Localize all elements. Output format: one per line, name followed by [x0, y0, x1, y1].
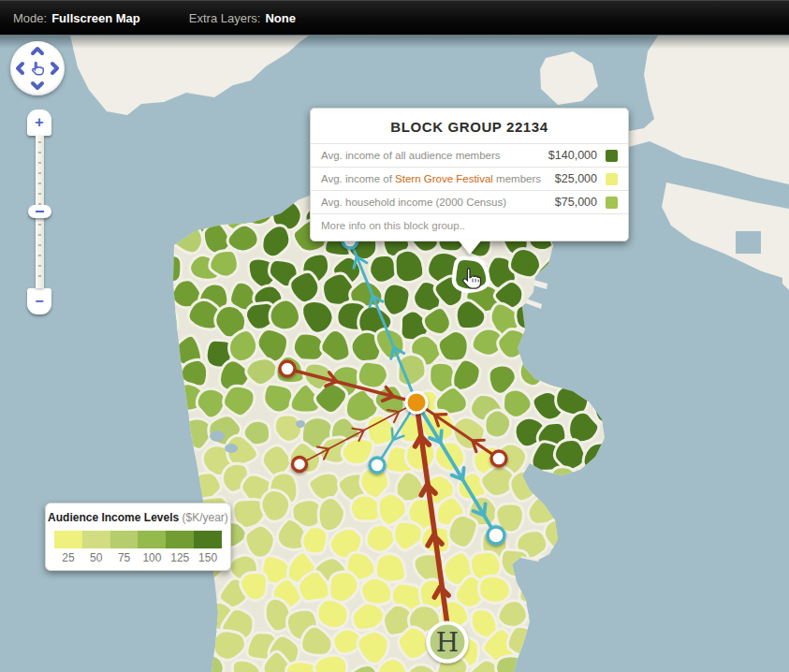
- row-color-swatch: [606, 173, 618, 185]
- map-cell[interactable]: [358, 361, 387, 388]
- row-value: $140,000: [548, 149, 597, 162]
- pan-up-icon[interactable]: [33, 49, 42, 53]
- center-marker[interactable]: [406, 392, 427, 413]
- map-cell[interactable]: [370, 255, 397, 283]
- legend-swatch: [166, 531, 194, 548]
- map-cell[interactable]: [342, 438, 373, 464]
- map-canvas[interactable]: H: [0, 0, 789, 672]
- legend-label: 75: [110, 551, 139, 564]
- map-cell[interactable]: [350, 495, 381, 521]
- legend-swatch: [138, 531, 166, 548]
- flow-endpoint-marker[interactable]: [370, 458, 385, 473]
- map-cell[interactable]: [498, 601, 527, 628]
- map-cell[interactable]: [366, 525, 395, 552]
- map-cell[interactable]: [264, 384, 293, 413]
- zoom-control: + −: [25, 110, 53, 314]
- legend-unit: ($K/year): [183, 511, 228, 524]
- income-legend: Audience Income Levels ($K/year) 25 50 7…: [45, 503, 231, 571]
- pan-hand-icon: [33, 62, 44, 74]
- row-label: Avg. income of Stern Grove Festival memb…: [321, 173, 541, 184]
- map-cell[interactable]: [210, 250, 239, 277]
- map-cell[interactable]: [274, 415, 301, 442]
- legend-swatch: [110, 531, 139, 548]
- map-cell[interactable]: [361, 577, 392, 605]
- pan-right-icon[interactable]: [52, 64, 57, 73]
- mode-value[interactable]: Fullscreen Map: [51, 11, 140, 25]
- row-color-swatch: [606, 197, 618, 209]
- row-value: $25,000: [555, 172, 597, 185]
- legend-labels: 25 50 75 100 125 150: [54, 551, 222, 564]
- legend-label: 25: [54, 551, 82, 564]
- map-cell-selected[interactable]: [454, 258, 488, 291]
- map-cell[interactable]: [261, 490, 290, 522]
- popup-title: BLOCK GROUP 22134: [311, 109, 628, 143]
- map-cell[interactable]: [245, 525, 274, 558]
- legend-label: 125: [166, 551, 194, 564]
- legend-swatch: [194, 531, 222, 548]
- flow-endpoint-marker[interactable]: [491, 451, 506, 466]
- fullscreen-map-app: H Mode: Fullscreen Map Extra Layers: Non…: [0, 0, 789, 672]
- pan-control[interactable]: [10, 41, 65, 95]
- zoom-in-button[interactable]: +: [27, 110, 51, 136]
- legend-title: Audience Income Levels ($K/year): [46, 511, 230, 524]
- map-cell[interactable]: [286, 662, 317, 672]
- venue-label: H: [436, 627, 459, 658]
- more-info-link[interactable]: More info on this block group..: [311, 213, 628, 241]
- block-group-popup: BLOCK GROUP 22134 Avg. income of all aud…: [310, 108, 629, 241]
- pan-down-icon[interactable]: [33, 83, 42, 88]
- map-cell[interactable]: [270, 299, 300, 330]
- zoom-track[interactable]: [36, 136, 44, 288]
- map-cell[interactable]: [323, 273, 354, 305]
- flow-endpoint-marker[interactable]: [280, 361, 295, 376]
- row-value: $75,000: [555, 196, 597, 209]
- map-cell[interactable]: [317, 599, 348, 628]
- venue-marker[interactable]: H: [429, 623, 467, 662]
- row-color-swatch: [606, 150, 618, 162]
- zoom-out-button[interactable]: −: [27, 288, 51, 314]
- pan-left-icon[interactable]: [18, 64, 22, 73]
- map-cell[interactable]: [318, 498, 344, 532]
- flow-endpoint-marker[interactable]: [488, 527, 504, 544]
- legend-label: 150: [194, 551, 222, 564]
- extra-layers-label: Extra Layers:: [189, 11, 261, 25]
- map-cell[interactable]: [395, 250, 424, 283]
- festival-name-link[interactable]: Stern Grove Festival: [395, 173, 493, 184]
- row-label: Avg. income of all audience members: [321, 150, 501, 161]
- top-toolbar: Mode: Fullscreen Map Extra Layers: None: [0, 0, 789, 35]
- legend-label: 100: [138, 551, 166, 564]
- mode-control[interactable]: Mode: Fullscreen Map: [0, 11, 140, 25]
- legend-swatch: [54, 531, 82, 548]
- popup-row-household-income: Avg. household income (2000 Census) $75,…: [311, 190, 628, 213]
- zoom-slider-thumb[interactable]: [28, 205, 51, 218]
- popup-tail: [458, 240, 482, 255]
- popup-row-all-audience: Avg. income of all audience members $140…: [311, 143, 628, 167]
- legend-swatches: [54, 531, 222, 548]
- mode-label: Mode:: [13, 11, 47, 25]
- extra-layers-value[interactable]: None: [265, 11, 296, 25]
- row-label: Avg. household income (2000 Census): [321, 197, 506, 208]
- flow-endpoint-marker[interactable]: [293, 458, 307, 472]
- map-cell[interactable]: [478, 576, 510, 603]
- map-cell[interactable]: [485, 410, 511, 438]
- popup-row-festival-members: Avg. income of Stern Grove Festival memb…: [311, 167, 628, 190]
- legend-label: 50: [82, 551, 110, 564]
- map-cell[interactable]: [302, 526, 328, 553]
- map-cell[interactable]: [383, 284, 410, 315]
- extra-layers-control[interactable]: Extra Layers: None: [140, 11, 296, 25]
- legend-swatch: [82, 531, 110, 548]
